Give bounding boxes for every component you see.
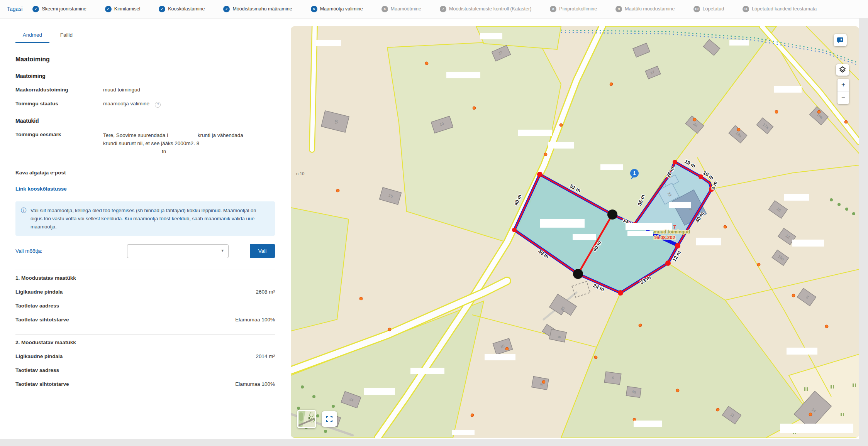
step-lopetatud-kandeid-teostamata[interactable]: 11 Lõpetatud kandeid teostamata <box>743 6 817 12</box>
field-row-maakorraldustoiming: Maakorraldustoiming muud toimingud <box>15 86 275 93</box>
attribution-box <box>780 424 853 433</box>
details-panel: Andmed Failid Maatoiming Maatoiming Maak… <box>15 19 275 387</box>
parcel2-sihtotstarve-row: Taotletav sihtotstarve Elamumaa 100% <box>15 381 275 387</box>
minimap-image <box>298 411 315 427</box>
panel-tabs: Andmed Failid <box>15 29 275 43</box>
partial-parcel-label: n 10 <box>296 171 304 176</box>
step-maamootja-valimine[interactable]: 5 Maamõõtja valimine <box>311 6 363 12</box>
divider <box>15 334 275 334</box>
step-connector <box>296 9 307 9</box>
fullscreen-button[interactable] <box>322 411 337 427</box>
junction-dot[interactable] <box>573 269 583 279</box>
section-heading-maatykid: Maatükid <box>15 118 275 124</box>
info-box: ⓘ Vali siit maamõõtja, kellega oled töö … <box>15 201 275 236</box>
check-icon: ✓ <box>32 6 39 12</box>
field-label: Toimingu staatus <box>15 100 103 108</box>
field-label: Taotletav sihtotstarve <box>15 317 69 323</box>
tab-failid[interactable]: Failid <box>49 29 83 43</box>
parcel1-aadress-row: Taotletav aadress <box>15 303 275 309</box>
step-connector <box>208 9 220 9</box>
step-connector <box>425 9 436 9</box>
step-number-icon: 10 <box>693 6 700 12</box>
info-icon: ⓘ <box>21 206 26 231</box>
fullscreen-icon <box>326 416 332 422</box>
svg-text:1: 1 <box>633 171 636 176</box>
section-heading-maatoiming: Maatoiming <box>15 73 275 79</box>
parcel2-title: 2. Moodustatav maatükk <box>15 340 275 345</box>
check-icon: ✓ <box>159 6 165 12</box>
main-content: Andmed Failid Maatoiming Maatoiming Maak… <box>0 19 859 439</box>
parcel1-title: 1. Moodustatav maatükk <box>15 275 275 281</box>
junction-dot[interactable] <box>607 209 617 220</box>
overview-minimap[interactable] <box>297 410 316 428</box>
back-link[interactable]: Tagasi <box>7 6 22 12</box>
parcel1-sihtotstarve-row: Taotletav sihtotstarve Elamumaa 100% <box>15 317 275 323</box>
field-value: Elamumaa 100% <box>235 317 275 323</box>
field-label: Taotletav sihtotstarve <box>15 381 69 387</box>
parcel1-pindala-row: Ligikaudne pindala 2608 m² <box>15 289 275 295</box>
field-label: Taotletav aadress <box>15 367 59 373</box>
step-connector <box>727 9 739 9</box>
step-connector <box>600 9 612 9</box>
workflow-stepper: ✓ Skeemi joonistamine ✓ Kinnitamisel ✓ K… <box>32 6 861 12</box>
step-connector <box>678 9 690 9</box>
step-kinnitamisel[interactable]: ✓ Kinnitamisel <box>105 6 140 12</box>
field-label: Toimingu eesmärk <box>15 131 103 155</box>
step-moodistustulemuste-kontroll[interactable]: 7 Mõõdistustulemuste kontroll (Kataster) <box>440 6 531 12</box>
cadastral-map[interactable]: 40 m 51 m 49 m 40 m 14 m 24 m 33 m 12 m … <box>291 26 859 438</box>
step-number-icon: 9 <box>615 6 622 12</box>
kooskolastus-link[interactable]: Link kooskõlastusse <box>15 186 275 192</box>
field-row-toimingu-eesmark: Toimingu eesmärk Tere, Soovime suurendad… <box>15 131 275 155</box>
step-connector <box>535 9 546 9</box>
feedback-button[interactable] <box>834 34 847 46</box>
eesmark-line3: tn <box>103 147 166 155</box>
layers-button[interactable] <box>836 64 849 76</box>
check-icon: ✓ <box>105 6 112 12</box>
surveyor-select-row: Vali mõõtja: ▾ Vali <box>15 244 275 258</box>
step-connector <box>90 9 102 9</box>
surveyor-select[interactable]: ▾ <box>127 244 229 258</box>
step-number-icon: 7 <box>440 6 446 12</box>
step-maatyki-moodustamine[interactable]: 9 Maatüki moodustamine <box>615 6 675 12</box>
step-number-icon: 6 <box>381 6 388 12</box>
step-maamootmine[interactable]: 6 Maamõõtmine <box>381 6 421 12</box>
check-icon: ✓ <box>223 6 230 12</box>
step-lopetatud[interactable]: 10 Lõpetatud <box>693 6 724 12</box>
zoom-out-button[interactable]: − <box>837 92 849 105</box>
step-number-icon: 5 <box>311 6 317 12</box>
step-number-icon: 11 <box>743 6 749 12</box>
select-label: Vali mõõtja: <box>15 248 127 254</box>
step-connector <box>144 9 155 9</box>
eesmark-line2: krundi suurust nii, et see jääks 2000m2.… <box>103 140 199 146</box>
vali-button[interactable]: Vali <box>250 244 275 258</box>
field-label: Ligikaudne pindala <box>15 353 63 359</box>
field-label: Taotletav aadress <box>15 303 59 309</box>
help-icon[interactable]: ? <box>155 102 161 108</box>
field-row-toimingu-staatus: Toimingu staatus maamõõtja valimine? <box>15 100 275 108</box>
step-skeemi-joonistamine[interactable]: ✓ Skeemi joonistamine <box>32 6 86 12</box>
step-moodistusmahu-maaramine[interactable]: ✓ Mõõdistusmahu määramine <box>223 6 292 12</box>
field-label-epost: Kava algataja e-post <box>15 170 275 176</box>
zoom-in-button[interactable]: + <box>837 79 849 92</box>
date-label: 16.08.202 <box>654 235 675 240</box>
zoom-controls: + − <box>837 79 849 104</box>
step-connector <box>366 9 378 9</box>
step-kooskolastamine[interactable]: ✓ Kooskõlastamine <box>159 6 205 12</box>
page-title: Maatoiming <box>15 56 275 63</box>
svg-text:4a: 4a <box>631 389 636 394</box>
field-label: Ligikaudne pindala <box>15 289 63 295</box>
step-number-icon: 8 <box>550 6 556 12</box>
eesmark-line1b: krunti ja vähendada <box>198 132 243 138</box>
step-piiriprotokollimine[interactable]: 8 Piiriprotokollimine <box>550 6 597 12</box>
field-label: Maakorraldustoiming <box>15 86 103 93</box>
parcel2-aadress-row: Taotletav aadress <box>15 367 275 373</box>
eesmark-value: Tere, Soovime suurendada Ikrunti ja vähe… <box>103 131 243 155</box>
eesmark-line1a: Tere, Soovime suurendada I <box>103 132 168 138</box>
field-value: 2608 m² <box>256 289 275 295</box>
tab-andmed[interactable]: Andmed <box>15 29 49 43</box>
divider <box>15 270 275 270</box>
info-text: Vali siit maamõõtja, kellega oled töö te… <box>31 206 269 231</box>
field-value: muud toimingud <box>103 86 140 93</box>
layers-icon <box>839 66 846 74</box>
workflow-topbar: Tagasi ✓ Skeemi joonistamine ✓ Kinnitami… <box>0 0 868 18</box>
